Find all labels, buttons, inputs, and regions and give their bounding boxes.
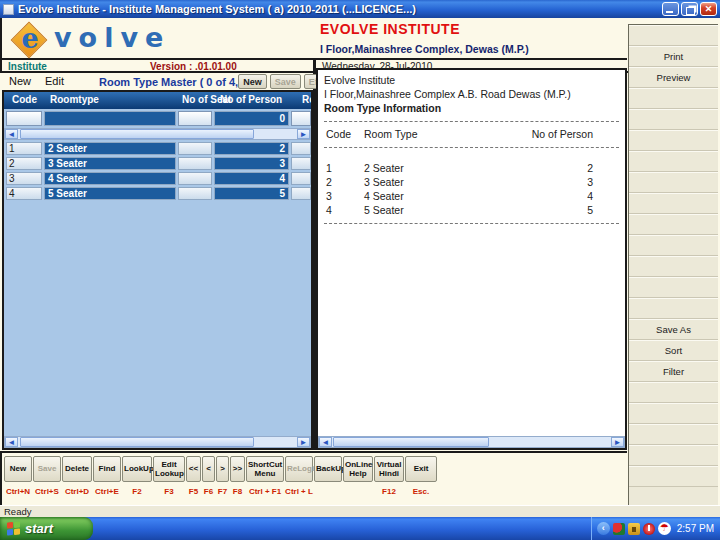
network-status-icon[interactable] xyxy=(613,523,625,535)
scroll-left-icon[interactable]: ◄ xyxy=(5,437,18,447)
side-blank-button[interactable] xyxy=(629,466,718,487)
master-new-button[interactable]: New xyxy=(238,74,267,89)
toolbar-nav-button[interactable]: < xyxy=(202,456,215,482)
toolbar-new-button[interactable]: New xyxy=(4,456,32,482)
side-blank-button[interactable] xyxy=(629,277,718,298)
toolbar-nav-button[interactable]: > xyxy=(216,456,229,482)
side-filter-button[interactable]: Filter xyxy=(629,361,718,382)
security-lock-icon[interactable] xyxy=(628,523,640,535)
toolbar-item: ExitEsc. xyxy=(405,456,437,496)
grid-data-row[interactable]: 23 Seater3 xyxy=(4,157,311,170)
scroll-thumb[interactable] xyxy=(20,437,254,447)
scroll-thumb[interactable] xyxy=(333,437,489,447)
cell-code[interactable]: 4 xyxy=(6,187,42,200)
menu-item-edit[interactable]: Edit xyxy=(38,74,71,89)
cell-room-rest[interactable] xyxy=(291,157,311,170)
side-blank-button[interactable] xyxy=(629,214,718,235)
side-sort-button[interactable]: Sort xyxy=(629,340,718,361)
cell-roomtype[interactable] xyxy=(44,111,176,126)
grid-data-row[interactable]: 45 Seater5 xyxy=(4,187,311,200)
side-print-button[interactable]: Print xyxy=(629,46,718,67)
cell-no-of-person[interactable]: 0 xyxy=(214,111,289,126)
side-blank-button[interactable] xyxy=(629,424,718,445)
side-blank-button[interactable] xyxy=(629,445,718,466)
hide-icons-chevron-icon[interactable]: ‹ xyxy=(597,522,610,535)
alert-icon[interactable] xyxy=(643,523,655,535)
toolbar-shortcut: Ctrl + F1 xyxy=(249,487,281,496)
side-blank-button[interactable] xyxy=(629,193,718,214)
grid-rows: 12 Seater223 Seater334 Seater445 Seater5 xyxy=(4,140,311,200)
toolbar-exit-button[interactable]: Exit xyxy=(405,456,437,482)
side-blank-button[interactable] xyxy=(629,130,718,151)
cell-room-rest[interactable] xyxy=(291,172,311,185)
toolbar-edit-lookup-button[interactable]: Edit Lookup xyxy=(153,456,185,482)
grid-data-row[interactable]: 12 Seater2 xyxy=(4,142,311,155)
master-save-button[interactable]: Save xyxy=(270,74,301,89)
cell-room-rest[interactable] xyxy=(291,187,311,200)
toolbar-save-button[interactable]: Save xyxy=(33,456,61,482)
cell-roomtype[interactable]: 3 Seater xyxy=(44,157,176,170)
cell-code[interactable]: 1 xyxy=(6,142,42,155)
toolbar-backup-button[interactable]: BackUp xyxy=(314,456,342,482)
scroll-right-icon[interactable]: ► xyxy=(297,129,310,139)
cell-code[interactable]: 2 xyxy=(6,157,42,170)
side-blank-button[interactable] xyxy=(629,109,718,130)
toolbar-nav-button[interactable]: >> xyxy=(230,456,245,482)
toolbar-find-button[interactable]: Find xyxy=(93,456,121,482)
report-header-row: Code Room Type No of Person xyxy=(324,127,619,141)
cell-no-of-seat[interactable] xyxy=(178,187,212,200)
grid-data-row[interactable]: 34 Seater4 xyxy=(4,172,311,185)
toolbar-virtual-hindi-button[interactable]: Virtual Hindi xyxy=(374,456,404,482)
cell-roomtype[interactable]: 4 Seater xyxy=(44,172,176,185)
cell-code[interactable] xyxy=(6,111,42,126)
scroll-left-icon[interactable]: ◄ xyxy=(319,437,332,447)
toolbar-nav-button[interactable]: << xyxy=(186,456,201,482)
cell-room-rest[interactable] xyxy=(291,142,311,155)
toolbar-shortcut-menu-button[interactable]: ShortCut Menu xyxy=(246,456,284,482)
close-icon[interactable]: ✕ xyxy=(700,2,717,16)
scroll-right-icon[interactable]: ► xyxy=(297,437,310,447)
grid-entry-row: 0 xyxy=(4,111,311,126)
cell-no-of-person[interactable]: 5 xyxy=(214,187,289,200)
cell-roomtype[interactable]: 2 Seater xyxy=(44,142,176,155)
cell-roomtype[interactable]: 5 Seater xyxy=(44,187,176,200)
cell-no-of-person[interactable]: 4 xyxy=(214,172,289,185)
side-blank-button[interactable] xyxy=(629,403,718,424)
menu-item-new[interactable]: New xyxy=(2,74,38,89)
avira-antivirus-icon[interactable]: ☂ xyxy=(658,522,671,535)
side-blank-button[interactable] xyxy=(629,151,718,172)
toolbar-lookup-button[interactable]: LookUp xyxy=(122,456,152,482)
toolbar-relogin-button[interactable]: ReLogin xyxy=(285,456,313,482)
side-blank-button[interactable] xyxy=(629,172,718,193)
side-blank-button[interactable] xyxy=(629,256,718,277)
toolbar-delete-button[interactable]: Delete xyxy=(62,456,92,482)
grid-bottom-scrollbar[interactable]: ◄ ► xyxy=(4,436,311,448)
start-button[interactable]: start xyxy=(0,517,93,540)
side-blank-button[interactable] xyxy=(629,25,718,46)
toolbar-online-help-button[interactable]: OnLine Help xyxy=(343,456,373,482)
cell-room-rest[interactable] xyxy=(291,111,311,126)
side-blank-button[interactable] xyxy=(629,382,718,403)
toolbar-shortcut: F8 xyxy=(233,487,242,496)
brand-text: volve xyxy=(54,22,170,53)
side-preview-button[interactable]: Preview xyxy=(629,67,718,88)
side-blank-button[interactable] xyxy=(629,88,718,109)
side-save-as-button[interactable]: Save As xyxy=(629,319,718,340)
minimize-icon[interactable] xyxy=(662,2,679,16)
cell-no-of-person[interactable]: 3 xyxy=(214,157,289,170)
preview-scrollbar[interactable]: ◄ ► xyxy=(318,436,625,448)
cell-no-of-person[interactable]: 2 xyxy=(214,142,289,155)
scroll-left-icon[interactable]: ◄ xyxy=(5,129,18,139)
cell-no-of-seat[interactable] xyxy=(178,157,212,170)
cell-no-of-seat[interactable] xyxy=(178,142,212,155)
cell-no-of-seat[interactable] xyxy=(178,172,212,185)
scroll-thumb[interactable] xyxy=(20,129,254,139)
restore-icon[interactable] xyxy=(681,2,698,16)
cell-code[interactable]: 3 xyxy=(6,172,42,185)
side-blank-button[interactable] xyxy=(629,298,718,319)
grid-top-scrollbar[interactable]: ◄ ► xyxy=(4,128,311,140)
side-blank-button[interactable] xyxy=(629,235,718,256)
cell-no-of-seat[interactable] xyxy=(178,111,212,126)
scroll-right-icon[interactable]: ► xyxy=(611,437,624,447)
report-code: 3 xyxy=(326,189,332,203)
